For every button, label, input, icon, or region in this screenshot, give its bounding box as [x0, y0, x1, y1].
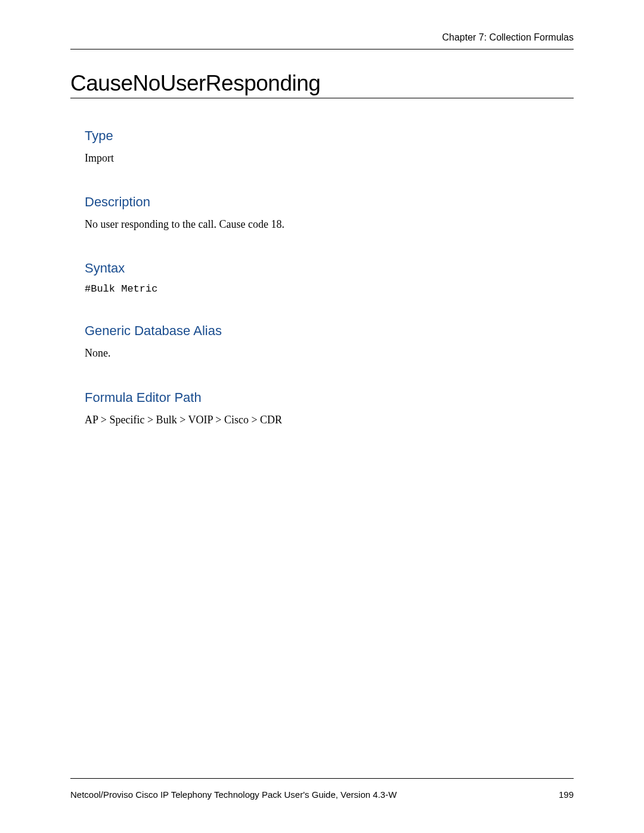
syntax-heading: Syntax	[85, 261, 574, 276]
chapter-label: Chapter 7: Collection Formulas	[442, 32, 574, 42]
alias-heading: Generic Database Alias	[85, 323, 574, 339]
footer-page-number: 199	[559, 789, 574, 800]
alias-body: None.	[85, 346, 574, 361]
description-body: No user responding to the call. Cause co…	[85, 217, 574, 232]
content-area: Type Import Description No user respondi…	[70, 98, 574, 778]
footer-guide-title: Netcool/Proviso Cisco IP Telephony Techn…	[70, 789, 397, 800]
path-heading: Formula Editor Path	[85, 390, 574, 405]
page-footer: Netcool/Proviso Cisco IP Telephony Techn…	[70, 779, 574, 833]
syntax-body: #Bulk Metric	[85, 283, 574, 295]
page-title: CauseNoUserResponding	[70, 71, 574, 98]
page-header: Chapter 7: Collection Formulas	[70, 32, 574, 49]
description-heading: Description	[85, 194, 574, 210]
page-container: Chapter 7: Collection Formulas CauseNoUs…	[0, 0, 644, 833]
type-heading: Type	[85, 128, 574, 144]
type-body: Import	[85, 151, 574, 166]
path-body: AP > Specific > Bulk > VOIP > Cisco > CD…	[85, 413, 574, 428]
